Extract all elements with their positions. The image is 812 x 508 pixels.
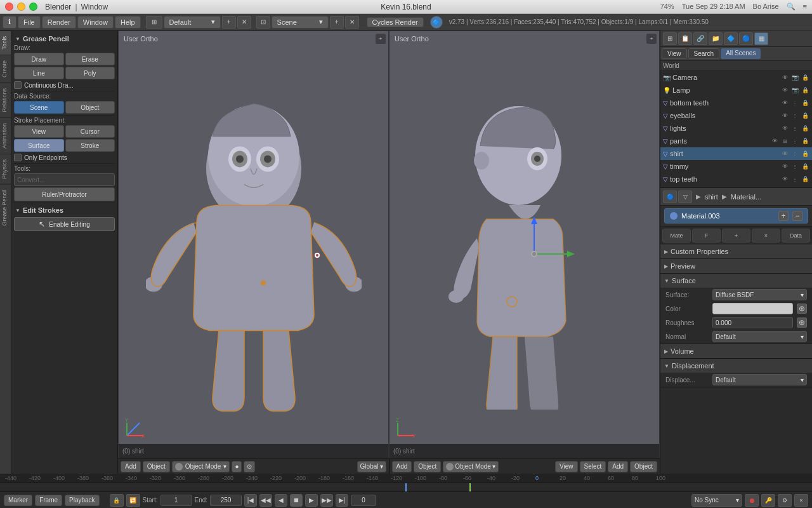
sh-lock-icon[interactable]: 🔒 [801, 149, 809, 158]
poly-button[interactable]: Poly [65, 67, 115, 79]
outliner-icon1[interactable]: ⊞ [663, 32, 677, 45]
line-button[interactable]: Line [14, 67, 64, 79]
pa-visibility-icon[interactable]: 👁 [770, 137, 779, 145]
li-lock-icon[interactable]: 🔒 [801, 124, 809, 133]
li-render-icon[interactable]: ⋮ [790, 124, 799, 133]
relations-tab[interactable]: Relations [0, 83, 11, 117]
surface-button[interactable]: Surface [14, 139, 64, 152]
layout-selector[interactable]: Default▾ [164, 16, 221, 29]
displace-dropdown[interactable]: Default ▾ [712, 374, 807, 385]
camera-lock-icon[interactable]: 🔒 [801, 73, 809, 82]
lamp-lock-icon[interactable]: 🔒 [801, 86, 809, 95]
ti-render-icon[interactable]: ⋮ [790, 162, 799, 171]
layout-extra-icon[interactable]: + [222, 16, 236, 29]
stroke-button[interactable]: Stroke [65, 139, 115, 152]
surface-header[interactable]: ▼ Surface [660, 274, 812, 288]
window-controls[interactable] [5, 3, 37, 11]
view-button[interactable]: View [14, 125, 64, 138]
help-menu[interactable]: Help [115, 16, 141, 29]
normal-dropdown[interactable]: Default ▾ [712, 331, 807, 342]
roughness-field[interactable]: 0.000 [712, 317, 793, 328]
animation-tab[interactable]: Animation [0, 117, 11, 154]
color-swatch[interactable] [712, 303, 793, 314]
custom-properties-header[interactable]: ▶ Custom Properties [660, 244, 812, 258]
file-menu[interactable]: File [18, 16, 41, 29]
tt-render-icon[interactable]: ⋮ [790, 175, 799, 184]
outliner-item-timmy[interactable]: ▽ timmy 👁 ⋮ 🔒 [660, 160, 812, 173]
jump-end-button[interactable]: ▶| [336, 494, 348, 507]
material-minus-button[interactable]: − [792, 211, 802, 221]
outliner-icon7[interactable]: ▦ [754, 32, 768, 45]
outliner-icon3[interactable]: 🔗 [693, 32, 707, 45]
add-menu-right2[interactable]: Add [608, 461, 628, 472]
data-tab[interactable]: Data [782, 229, 810, 243]
close-button[interactable] [5, 3, 13, 11]
sh-visibility-icon[interactable]: 👁 [780, 149, 789, 158]
grease-pencil-tab[interactable]: Grease Pencil [0, 184, 11, 231]
ti-lock-icon[interactable]: 🔒 [801, 162, 809, 171]
cursor-button[interactable]: Cursor [65, 125, 115, 138]
bt-lock-icon[interactable]: 🔒 [801, 98, 809, 107]
eb-lock-icon[interactable]: 🔒 [801, 111, 809, 120]
preview-header[interactable]: ▶ Preview [660, 259, 812, 273]
pa-render-icon[interactable]: ⋮ [790, 137, 799, 145]
search-icon[interactable]: 🔍 [787, 3, 796, 11]
play-back-button[interactable]: ◀ [275, 494, 287, 507]
object-menu-left[interactable]: Object [143, 461, 170, 472]
eb-visibility-icon[interactable]: 👁 [780, 111, 789, 120]
outliner-item-lamp[interactable]: 💡 Lamp 👁 📷 🔒 [660, 84, 812, 97]
plus-tab[interactable]: + [722, 229, 750, 243]
convert-input[interactable]: Convert... [14, 173, 115, 186]
camera-render-icon[interactable]: 📷 [790, 73, 799, 82]
outliner-item-eyeballs[interactable]: ▽ eyeballs 👁 ⋮ 🔒 [660, 109, 812, 122]
pivot-selector-left[interactable]: Global ▾ [357, 461, 386, 472]
current-frame-input[interactable]: 0 [351, 495, 376, 506]
markers-label[interactable]: Marker [4, 495, 32, 506]
scene-selector[interactable]: Scene▾ [272, 16, 329, 29]
erase-button[interactable]: Erase [65, 53, 115, 65]
lamp-render-icon[interactable]: 📷 [790, 86, 799, 95]
view-menu-right[interactable]: View [555, 461, 578, 472]
scene-close-icon[interactable]: ✕ [345, 16, 359, 29]
viewport-right-expand[interactable]: + [646, 34, 657, 44]
viewport-wire-left[interactable]: ⊙ [244, 461, 255, 472]
draw-button[interactable]: Draw [14, 53, 64, 65]
displacement-header[interactable]: ▼ Displacement [660, 359, 812, 373]
end-frame-input[interactable]: 250 [210, 495, 242, 506]
object-menu-right2[interactable]: Object [630, 461, 657, 472]
lamp-visibility-icon[interactable]: 👁 [780, 86, 789, 95]
record-button[interactable]: ⏺ [745, 494, 759, 507]
add-menu-left[interactable]: Add [121, 461, 141, 472]
menu-icon[interactable]: ≡ [803, 3, 807, 11]
outliner-icon4[interactable]: 📁 [709, 32, 723, 45]
info-button[interactable]: ℹ [3, 16, 16, 29]
enable-editing-button[interactable]: ↖ Enable Editing [14, 217, 115, 231]
continuous-draw-checkbox[interactable] [14, 81, 22, 89]
prop-icon2[interactable]: ▽ [678, 190, 692, 203]
edit-strokes-header[interactable]: ▼ Edit Strokes [14, 204, 115, 216]
all-scenes-tab[interactable]: All Scenes [721, 48, 761, 59]
roughness-extra[interactable]: ⊕ [797, 318, 807, 328]
add-menu-right[interactable]: Add [392, 461, 412, 472]
select-menu-right[interactable]: Select [580, 461, 606, 472]
pa-extra-icon[interactable]: ⊞ [780, 137, 789, 145]
eb-render-icon[interactable]: ⋮ [790, 111, 799, 120]
ruler-protractor-button[interactable]: Ruler/Protractor [14, 187, 115, 201]
outliner-item-pants[interactable]: ▽ pants 👁 ⊞ ⋮ 🔒 [660, 135, 812, 147]
li-visibility-icon[interactable]: 👁 [780, 124, 789, 133]
f-tab[interactable]: F [692, 229, 721, 243]
playback-label[interactable]: Playback [65, 495, 100, 506]
viewport-left-expand[interactable]: + [376, 34, 386, 44]
jump-start-button[interactable]: |◀ [244, 494, 257, 507]
minimize-button[interactable] [17, 3, 25, 11]
tt-lock-icon[interactable]: 🔒 [801, 175, 809, 184]
frame-label[interactable]: Frame [35, 495, 62, 506]
pa-lock-icon[interactable]: 🔒 [801, 137, 809, 145]
timeline-settings[interactable]: ⚙ [778, 494, 792, 507]
outliner-icon5[interactable]: 🔷 [724, 32, 738, 45]
scene-button[interactable]: Scene [14, 101, 64, 114]
viewport-left[interactable]: User Ortho + [118, 30, 389, 458]
stop-button[interactable]: ⏹ [290, 494, 303, 507]
outliner-icon6[interactable]: 🔵 [739, 32, 753, 45]
outliner-item-lights[interactable]: ▽ lights 👁 ⋮ 🔒 [660, 122, 812, 135]
